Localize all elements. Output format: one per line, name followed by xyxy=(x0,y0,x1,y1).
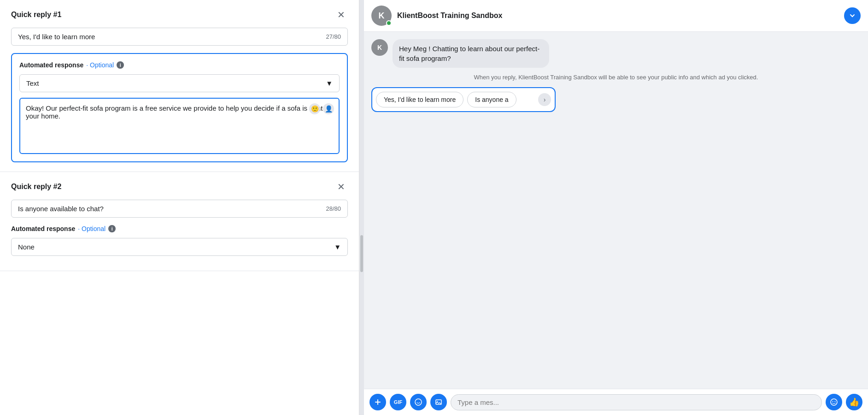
right-panel: K KlientBoost Training Sandbox K Hey Meg… xyxy=(364,0,868,415)
avatar-container: K xyxy=(371,6,392,26)
message-row-1: K Hey Meg ! Chatting to learn about our … xyxy=(371,39,861,68)
chevron-down-icon xyxy=(849,12,856,19)
chat-input-field[interactable] xyxy=(451,394,822,410)
card1-dropdown-arrow-icon: ▼ xyxy=(326,79,333,87)
card1-automated-label: Automated response · Optional i xyxy=(19,61,340,69)
quick-reply-btn-1[interactable]: Yes, I'd like to learn more xyxy=(376,92,463,107)
card2-optional-text: · Optional xyxy=(78,225,106,232)
message-avatar: K xyxy=(371,39,388,56)
quick-reply-card-1: Quick reply #1 ✕ 27/80 Automated respons… xyxy=(0,0,359,172)
user-tag-icon[interactable]: 👤 xyxy=(323,103,334,114)
card2-info-icon[interactable]: i xyxy=(108,225,116,232)
card1-message-textarea[interactable]: Okay! Our perfect-fit sofa program is a … xyxy=(26,104,333,146)
card1-textarea-icons: 🙂 👤 xyxy=(309,103,334,114)
image-button[interactable] xyxy=(430,394,447,410)
image-icon xyxy=(435,398,442,406)
card2-close-button[interactable]: ✕ xyxy=(334,181,348,192)
card1-info-icon[interactable]: i xyxy=(117,61,124,69)
card1-header: Quick reply #1 ✕ xyxy=(11,9,348,20)
like-button[interactable]: 👍 xyxy=(846,394,862,410)
emoji-input-icon xyxy=(830,398,838,406)
card1-dropdown-value: Text xyxy=(26,79,39,87)
card2-reply-input[interactable] xyxy=(18,205,322,213)
card1-reply-input[interactable] xyxy=(18,33,322,41)
plus-icon xyxy=(374,398,381,406)
scrollbar[interactable] xyxy=(359,0,364,415)
card2-type-dropdown[interactable]: None ▼ xyxy=(11,238,348,256)
card2-dropdown-value: None xyxy=(18,243,35,251)
card1-char-count: 27/80 xyxy=(326,33,341,40)
left-panel: Quick reply #1 ✕ 27/80 Automated respons… xyxy=(0,0,359,415)
card1-title: Quick reply #1 xyxy=(11,11,61,19)
add-button[interactable] xyxy=(369,394,386,410)
card2-char-count: 28/80 xyxy=(326,205,341,212)
sticker-icon xyxy=(415,398,422,406)
svg-point-4 xyxy=(833,401,833,402)
card2-header: Quick reply #2 ✕ xyxy=(11,181,348,192)
card1-reply-input-row: 27/80 xyxy=(11,28,348,46)
card1-textarea-box: Okay! Our perfect-fit sofa program is a … xyxy=(19,98,340,154)
emoji-icon[interactable]: 🙂 xyxy=(309,103,320,114)
card1-automated-section: Automated response · Optional i Text ▼ O… xyxy=(11,53,348,162)
card1-close-button[interactable]: ✕ xyxy=(334,9,348,20)
gif-button[interactable]: GIF xyxy=(390,394,406,410)
card2-title: Quick reply #2 xyxy=(11,183,61,191)
svg-point-0 xyxy=(415,399,422,405)
sticker-button[interactable] xyxy=(410,394,427,410)
scrollbar-thumb[interactable] xyxy=(360,235,363,272)
chat-input-bar: GIF 👍 xyxy=(364,389,868,415)
svg-point-2 xyxy=(437,401,438,402)
card2-dropdown-arrow-icon: ▼ xyxy=(334,243,341,251)
chat-messages: K Hey Meg ! Chatting to learn about our … xyxy=(364,32,868,389)
quick-reply-card-2: Quick reply #2 ✕ 28/80 Automated respons… xyxy=(0,172,359,271)
info-text: When you reply, KlientBoost Training San… xyxy=(371,71,861,83)
chat-action-button[interactable] xyxy=(844,7,861,24)
card1-type-dropdown[interactable]: Text ▼ xyxy=(19,74,340,92)
quick-replies-preview: Yes, I'd like to learn more Is anyone a … xyxy=(371,87,556,112)
quick-reply-btn-2[interactable]: Is anyone a xyxy=(467,92,516,107)
message-bubble-1: Hey Meg ! Chatting to learn about our pe… xyxy=(393,39,549,68)
emoji-input-button[interactable] xyxy=(826,394,842,410)
svg-point-3 xyxy=(831,399,837,405)
chat-header-name: KlientBoost Training Sandbox xyxy=(397,12,839,20)
card1-optional-text: · Optional xyxy=(86,61,114,69)
quick-reply-next-icon[interactable]: › xyxy=(538,93,551,106)
svg-point-5 xyxy=(835,401,836,402)
online-indicator xyxy=(386,20,392,26)
chat-header: K KlientBoost Training Sandbox xyxy=(364,0,868,32)
card2-reply-input-row: 28/80 xyxy=(11,200,348,218)
card2-automated-label: Automated response · Optional i xyxy=(11,225,348,232)
